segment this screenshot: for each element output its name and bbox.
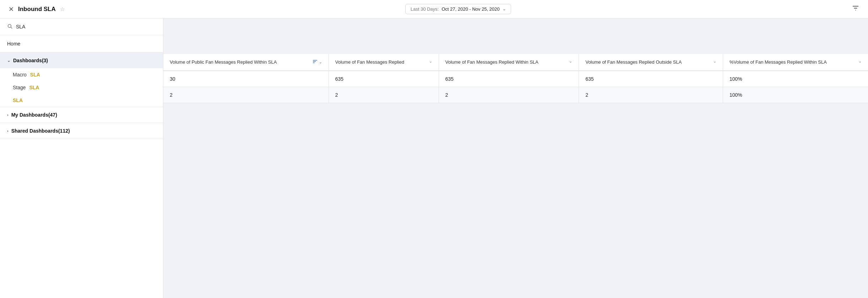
sidebar-group-dashboards: ⌄ Dashboards(3) Macro SLA Stage SLA SLA — [0, 53, 163, 107]
sidebar-item-sla[interactable]: SLA — [0, 94, 163, 107]
col-chevron-icon-public[interactable]: ⌄ — [319, 60, 322, 64]
cell-value: 635 — [335, 76, 343, 82]
table-cell: 100% — [723, 71, 868, 87]
sidebar-group-shared-dashboards-label: Shared Dashboards(112) — [11, 128, 70, 134]
sidebar-item-prefix-stage: Stage — [13, 85, 27, 90]
chevron-down-icon: ⌄ — [7, 58, 10, 63]
col-header-fan-messages-within-sla: Volume of Fan Messages Replied Within SL… — [439, 54, 579, 71]
cell-value: 100% — [729, 76, 742, 82]
table-cell: 635 — [579, 71, 723, 87]
table-cell: 2 — [579, 87, 723, 103]
sidebar-group-my-dashboards-label: My Dashboards(47) — [11, 112, 57, 118]
top-header: ✕ Inbound SLA ☆ Last 30 Days: Oct 27, 20… — [0, 0, 868, 18]
app-container: ✕ Inbound SLA ☆ Last 30 Days: Oct 27, 20… — [0, 0, 868, 298]
cell-value: 2 — [445, 92, 448, 98]
page-title: Inbound SLA — [18, 6, 56, 13]
close-button[interactable]: ✕ — [9, 5, 14, 13]
sidebar-item-tag-stage: SLA — [29, 85, 39, 90]
cell-value: 635 — [445, 76, 454, 82]
col-label-pct-fan-messages: %Volume of Fan Messages Replied Within S… — [729, 59, 856, 65]
sidebar-item-macro-sla[interactable]: Macro SLA — [0, 68, 163, 81]
col-chevron-icon-fan-replied[interactable]: ⌄ — [429, 59, 432, 64]
table-cell: 30 — [163, 71, 329, 87]
col-header-pct-fan-messages: %Volume of Fan Messages Replied Within S… — [723, 54, 868, 71]
search-input[interactable] — [16, 24, 156, 30]
col-chevron-icon-pct[interactable]: ⌄ — [858, 59, 862, 64]
chevron-right-icon-2: › — [7, 129, 9, 133]
sidebar-group-shared-dashboards[interactable]: › Shared Dashboards(112) — [0, 123, 163, 139]
table-row: 30635635635100% — [163, 71, 868, 87]
main-top-spacer — [163, 18, 868, 54]
cell-value: 2 — [335, 92, 338, 98]
col-actions-public: ⌄ — [313, 59, 322, 65]
table-wrapper: Volume of Public Fan Messages Replied Wi… — [163, 54, 868, 103]
sidebar-item-tag-macro: SLA — [30, 72, 40, 78]
col-chevron-icon-fan-within[interactable]: ⌄ — [569, 59, 572, 64]
star-icon[interactable]: ☆ — [60, 6, 65, 12]
sidebar-search-area — [0, 18, 163, 35]
col-actions-pct: ⌄ — [858, 59, 862, 64]
col-header-fan-messages-replied: Volume of Fan Messages Replied ⌄ — [329, 54, 439, 71]
table-cell: 2 — [439, 87, 579, 103]
date-range-selector[interactable]: Last 30 Days: Oct 27, 2020 - Nov 25, 202… — [405, 4, 511, 14]
cell-value: 100% — [729, 92, 742, 98]
col-actions-fan-within: ⌄ — [569, 59, 572, 64]
date-range-value: Oct 27, 2020 - Nov 25, 2020 — [441, 6, 499, 12]
sidebar-item-tag-sla: SLA — [13, 97, 23, 103]
table-cell: 635 — [439, 71, 579, 87]
sidebar-home-item[interactable]: Home — [0, 35, 163, 53]
sidebar-group-my-dashboards[interactable]: › My Dashboards(47) — [0, 107, 163, 123]
table-cell: 2 — [329, 87, 439, 103]
cell-value: 30 — [170, 76, 175, 82]
table-cell: 100% — [723, 87, 868, 103]
table-row: 2222100% — [163, 87, 868, 103]
date-range-chevron-icon: ⌄ — [503, 7, 506, 11]
col-chevron-icon-fan-outside[interactable]: ⌄ — [713, 59, 716, 64]
col-label-public-fan-messages: Volume of Public Fan Messages Replied Wi… — [170, 59, 310, 65]
cell-value: 2 — [170, 92, 173, 98]
sidebar-item-prefix-macro: Macro — [13, 72, 28, 78]
col-actions-fan-replied: ⌄ — [429, 59, 432, 64]
header-left: ✕ Inbound SLA ☆ — [9, 5, 65, 13]
main-content: Volume of Public Fan Messages Replied Wi… — [163, 18, 868, 298]
sidebar: Home ⌄ Dashboards(3) Macro SLA Stage SLA… — [0, 18, 163, 298]
sidebar-group-dashboards-header[interactable]: ⌄ Dashboards(3) — [0, 53, 163, 68]
col-label-fan-messages-within-sla: Volume of Fan Messages Replied Within SL… — [445, 59, 566, 65]
col-header-fan-messages-outside-sla: Volume of Fan Messages Replied Outside S… — [579, 54, 723, 71]
col-label-fan-messages-replied: Volume of Fan Messages Replied — [335, 59, 426, 65]
sidebar-group-dashboards-label: Dashboards(3) — [13, 58, 48, 63]
sidebar-item-stage-sla[interactable]: Stage SLA — [0, 81, 163, 94]
chevron-right-icon: › — [7, 113, 9, 117]
table-cell: 635 — [329, 71, 439, 87]
col-header-public-fan-messages: Volume of Public Fan Messages Replied Wi… — [163, 54, 329, 71]
cell-value: 635 — [585, 76, 593, 82]
body-container: Home ⌄ Dashboards(3) Macro SLA Stage SLA… — [0, 18, 868, 298]
data-table: Volume of Public Fan Messages Replied Wi… — [163, 54, 868, 103]
date-range-prefix: Last 30 Days: — [411, 6, 439, 12]
sort-icon-public[interactable] — [313, 59, 318, 65]
cell-value: 2 — [585, 92, 588, 98]
filter-icon[interactable] — [852, 4, 859, 14]
sidebar-group-dashboards-items: Macro SLA Stage SLA SLA — [0, 68, 163, 107]
search-icon — [7, 23, 12, 30]
col-actions-fan-outside: ⌄ — [713, 59, 716, 64]
col-label-fan-messages-outside-sla: Volume of Fan Messages Replied Outside S… — [585, 59, 710, 65]
table-cell: 2 — [163, 87, 329, 103]
svg-line-4 — [11, 27, 12, 28]
